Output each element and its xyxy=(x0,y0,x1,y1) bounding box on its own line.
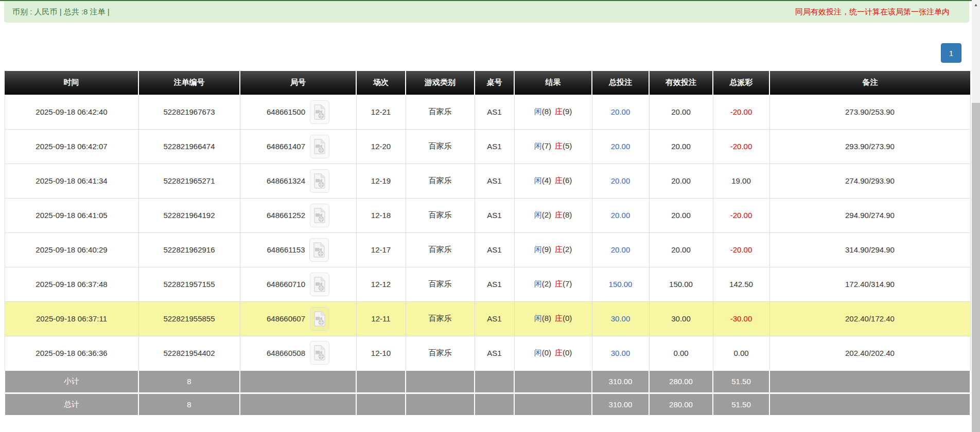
player-result-points: (9) xyxy=(542,245,551,254)
cell-payout: -20.00 xyxy=(713,95,769,129)
cell-result: 闲(2)庄(8) xyxy=(514,198,592,232)
cell-remark: 294.90/274.90 xyxy=(769,198,970,232)
col-header-session: 场次 xyxy=(356,71,406,95)
cell-session: 12-21 xyxy=(356,95,406,129)
col-header-round-no: 局号 xyxy=(240,71,356,95)
total-bet-link[interactable]: 20.00 xyxy=(611,245,631,254)
cell-table-no: AS1 xyxy=(475,232,514,267)
cell-time: 2025-09-18 06:37:48 xyxy=(5,267,138,301)
scrollbar-thumb[interactable] xyxy=(972,103,980,432)
cell-payout: 19.00 xyxy=(713,164,769,198)
cell-result: 闲(8)庄(9) xyxy=(514,95,592,129)
video-file-icon xyxy=(313,208,326,223)
banker-result-points: (2) xyxy=(563,245,572,254)
subtotal-count: 8 xyxy=(138,370,240,393)
cell-result: 闲(2)庄(7) xyxy=(514,267,592,301)
video-replay-button[interactable] xyxy=(310,100,329,124)
banker-result-points: (9) xyxy=(563,107,572,116)
subtotal-valid-bet: 280.00 xyxy=(649,370,713,393)
scroll-up-arrow-icon[interactable]: ▲ xyxy=(972,0,980,9)
cell-bet-no: 522821955855 xyxy=(138,301,240,336)
total-bet-link[interactable]: 20.00 xyxy=(611,211,631,220)
cell-payout: 142.50 xyxy=(713,267,769,301)
col-header-game-type: 游戏类别 xyxy=(406,71,475,95)
cell-time: 2025-09-18 06:37:11 xyxy=(5,301,138,336)
cell-result: 闲(0)庄(0) xyxy=(514,336,592,370)
player-result-label: 闲 xyxy=(534,279,542,288)
total-bet-link[interactable]: 150.00 xyxy=(609,280,633,289)
subtotal-total-bet: 310.00 xyxy=(592,370,649,393)
total-bet-link[interactable]: 30.00 xyxy=(611,314,631,323)
col-header-total-bet: 总投注 xyxy=(592,71,649,95)
total-valid-bet: 280.00 xyxy=(649,393,713,416)
cell-game-type: 百家乐 xyxy=(406,164,475,198)
cell-payout: -30.00 xyxy=(713,301,769,336)
subtotal-row: 小计 8 310.00 280.00 51.50 xyxy=(5,370,970,393)
cell-remark: 172.40/314.90 xyxy=(769,267,970,301)
total-bet-link[interactable]: 20.00 xyxy=(611,107,631,116)
video-replay-button[interactable] xyxy=(310,135,329,158)
cell-valid-bet: 20.00 xyxy=(649,198,713,232)
cell-remark: 274.90/293.90 xyxy=(769,164,970,198)
video-replay-button[interactable] xyxy=(310,169,329,193)
banker-result-label: 庄 xyxy=(555,210,563,219)
player-result-label: 闲 xyxy=(534,348,542,357)
total-count: 8 xyxy=(138,393,240,416)
video-replay-button[interactable] xyxy=(310,204,329,227)
banker-result-label: 庄 xyxy=(555,107,563,116)
cell-time: 2025-09-18 06:41:05 xyxy=(5,198,138,232)
banker-result-label: 庄 xyxy=(555,314,563,322)
total-bet-link[interactable]: 30.00 xyxy=(611,349,631,357)
pagination-page-1-button[interactable]: 1 xyxy=(941,43,961,63)
video-file-icon xyxy=(313,311,326,327)
cell-round-no: 648661407 xyxy=(240,129,356,164)
cell-bet-no: 522821957155 xyxy=(138,267,240,301)
player-result-points: (8) xyxy=(542,314,551,322)
cell-game-type: 百家乐 xyxy=(406,129,475,164)
cell-bet-no: 522821965271 xyxy=(138,164,240,198)
cell-session: 12-18 xyxy=(356,198,406,232)
player-result-points: (4) xyxy=(542,176,551,185)
total-payout: 51.50 xyxy=(713,393,769,416)
vertical-scrollbar[interactable]: ▲ xyxy=(972,0,980,432)
player-result-points: (8) xyxy=(542,107,551,116)
table-row: 2025-09-18 06:40:29 522821962916 6486611… xyxy=(5,232,970,267)
cell-round-no: 648660710 xyxy=(240,267,356,301)
video-replay-button[interactable] xyxy=(309,238,329,262)
col-header-time: 时间 xyxy=(5,71,138,95)
cell-result: 闲(9)庄(2) xyxy=(514,232,592,267)
video-replay-button[interactable] xyxy=(310,273,329,296)
cell-valid-bet: 20.00 xyxy=(649,232,713,267)
player-result-points: (0) xyxy=(542,348,551,357)
cell-valid-bet: 0.00 xyxy=(649,336,713,370)
table-row: 2025-09-18 06:37:11 522821955855 6486606… xyxy=(5,301,970,336)
cell-total-bet: 20.00 xyxy=(592,95,649,129)
round-no-text: 648661153 xyxy=(267,245,305,254)
cell-game-type: 百家乐 xyxy=(406,301,475,336)
video-replay-button[interactable] xyxy=(310,341,329,365)
col-header-bet-no: 注单编号 xyxy=(138,71,240,95)
cell-remark: 273.90/253.90 xyxy=(769,95,970,129)
cell-session: 12-20 xyxy=(356,129,406,164)
cell-session: 12-12 xyxy=(356,267,406,301)
video-file-icon xyxy=(313,277,326,292)
cell-game-type: 百家乐 xyxy=(406,95,475,129)
cell-payout: -20.00 xyxy=(713,232,769,267)
cell-round-no: 648661324 xyxy=(240,164,356,198)
cell-total-bet: 20.00 xyxy=(592,198,649,232)
cell-round-no: 648660607 xyxy=(240,301,356,336)
table-header: 时间 注单编号 局号 场次 游戏类别 桌号 结果 总投注 有效投注 总派彩 备注 xyxy=(5,71,970,95)
cell-total-bet: 150.00 xyxy=(592,267,649,301)
total-bet-link[interactable]: 20.00 xyxy=(611,142,631,151)
player-result-label: 闲 xyxy=(534,176,542,185)
total-bet-link[interactable]: 20.00 xyxy=(611,176,631,185)
video-replay-button[interactable] xyxy=(310,307,329,331)
round-no-text: 648660607 xyxy=(267,314,305,323)
cell-time: 2025-09-18 06:42:07 xyxy=(5,129,138,164)
cell-payout: -20.00 xyxy=(713,198,769,232)
round-no-text: 648660508 xyxy=(267,349,305,357)
cell-valid-bet: 20.00 xyxy=(649,129,713,164)
cell-remark: 293.90/273.90 xyxy=(769,129,970,164)
cell-game-type: 百家乐 xyxy=(406,232,475,267)
cell-total-bet: 30.00 xyxy=(592,301,649,336)
